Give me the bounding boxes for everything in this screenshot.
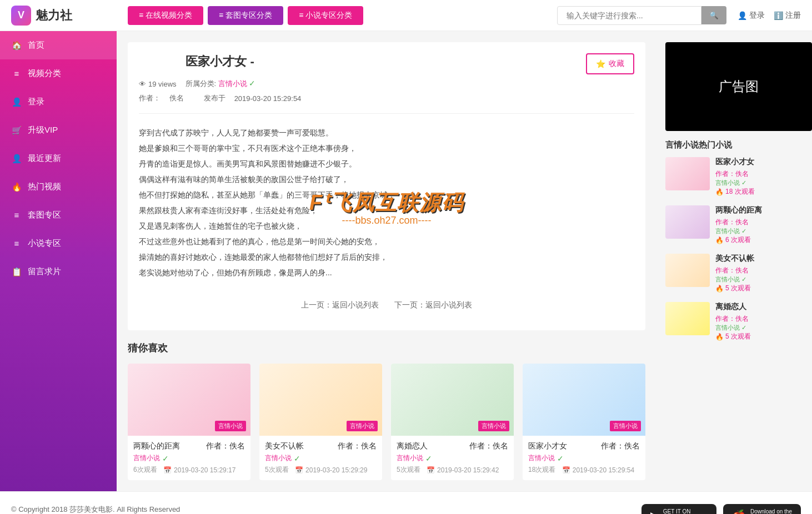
hot-item-4[interactable]: 离婚恋人 作者：佚名 言情小说 ✓ 🔥 5 次观看	[665, 302, 812, 341]
search-input[interactable]	[557, 6, 701, 25]
content-line-3: 丹青的造诣更是惊人。画美男写真和风景图替她赚进不少银子。	[139, 156, 634, 172]
hot-thumb-1	[665, 157, 710, 190]
hot-author-2: 作者：佚名	[715, 218, 812, 227]
hot-section-title: 言情小说热门小说	[665, 140, 812, 150]
google-play-btn[interactable]: ▶ GET IT ON Google play	[641, 504, 716, 514]
prev-link[interactable]: 上一页：返回小说列表	[301, 300, 379, 309]
album-icon: ≡	[11, 210, 22, 220]
hot-author-4: 作者：佚名	[715, 314, 812, 324]
sidebar-item-hot[interactable]: 🔥 热门视频	[0, 173, 117, 201]
sidebar-item-home[interactable]: 🏠 首页	[0, 31, 117, 59]
nav-buttons: ≡ 在线视频分类 ≡ 套图专区分类 ≡ 小说专区分类	[128, 6, 557, 25]
hot-title-2: 两颗心的距离	[715, 205, 812, 215]
article-category[interactable]: 言情小说	[218, 79, 247, 88]
card-4-badge: 言情小说	[610, 421, 641, 431]
hot-item-1[interactable]: 医家小才女 作者：佚名 言情小说 ✓ 🔥 18 次观看	[665, 157, 812, 196]
hot-cat-3: 言情小说 ✓	[715, 275, 812, 284]
card-4-title: 医家小才女	[528, 441, 567, 451]
recent-icon: 👤	[11, 154, 22, 164]
card-2[interactable]: 言情小说 美女不认帐 作者：佚名 言情小说 ✓ 5次观看	[259, 364, 382, 480]
hot-title-1: 医家小才女	[715, 157, 812, 167]
content-line-9: 操清她的喜好讨她欢心，连她最爱的家人他都替他们想好了后后的安排，	[139, 249, 634, 265]
register-btn[interactable]: ℹ️ 注册	[774, 11, 801, 21]
header: V 魅力社 ≡ 在线视频分类 ≡ 套图专区分类 ≡ 小说专区分类 🔍 👤 登录 …	[0, 0, 812, 31]
logo: V 魅力社	[11, 6, 128, 26]
search-button[interactable]: 🔍	[701, 6, 726, 24]
app-store-icon: 🍎	[732, 509, 746, 514]
card-4-image: 言情小说	[523, 364, 645, 436]
right-sidebar: 广告图 言情小说热门小说 医家小才女 作者：佚名 言情小说 ✓ 🔥 18 次观看…	[656, 31, 812, 491]
content-line-8: 不过这些意外也让她看到了他的真心，他总是第一时间关心她的安危，	[139, 234, 634, 249]
hot-cat-2: 言情小说 ✓	[715, 227, 812, 235]
app-store-btn[interactable]: 🍎 Download on the App Store	[723, 504, 801, 514]
user-icon: 👤	[11, 97, 22, 107]
content-line-4: 偶偶这样有滋有味的简单生活被貌美的敌国公世子给打破了，	[139, 172, 634, 187]
fire-icon: 🔥	[11, 182, 22, 192]
hot-views-3: 🔥 5 次观看	[715, 284, 812, 293]
sidebar-item-vip[interactable]: 🛒 升级VIP	[0, 116, 117, 144]
sidebar-item-video[interactable]: ≡ 视频分类	[0, 59, 117, 88]
sidebar-item-login[interactable]: 👤 登录	[0, 88, 117, 116]
auth-buttons: 👤 登录 ℹ️ 注册	[738, 11, 801, 21]
section-title: 猜你喜欢	[128, 341, 645, 355]
card-2-author-label: 作者：佚名	[338, 441, 377, 451]
hot-info-2: 两颗心的距离 作者：佚名 言情小说 ✓ 🔥 6 次观看	[715, 205, 812, 245]
article-content: 穿到古代成了苏映宁，人人见了她都要赞一声可爱聪慧。 她是爹娘和三个哥哥的掌中宝，…	[139, 113, 634, 291]
content-line-10: 老实说她对他动了心，但她仍有所顾虑，像是两人的身...	[139, 265, 634, 280]
main-layout: 🏠 首页 ≡ 视频分类 👤 登录 🛒 升级VIP 👤 最近更新 🔥 热门视频 ≡…	[0, 31, 812, 491]
card-3-stats: 5次观看 📅 2019-03-20 15:29:42	[397, 465, 508, 475]
article-author-row: 作者： 佚名 发布于 2019-03-20 15:29:54	[139, 93, 301, 103]
article-meta: 👁 19 views 所属分类: 言情小说 ✓	[139, 79, 301, 89]
hot-info-3: 美女不认帐 作者：佚名 言情小说 ✓ 🔥 5 次观看	[715, 254, 812, 293]
sidebar-item-recent[interactable]: 👤 最近更新	[0, 144, 117, 173]
request-icon: 📋	[11, 267, 22, 277]
card-2-stats: 5次观看 📅 2019-03-20 15:29:29	[265, 465, 377, 475]
card-2-badge: 言情小说	[347, 421, 378, 431]
card-2-category: 言情小说 ✓	[265, 453, 377, 463]
hot-title-4: 离婚恋人	[715, 302, 812, 312]
article-nav: 上一页：返回小说列表 下一页：返回小说列表	[139, 300, 634, 310]
card-1[interactable]: 言情小说 两颗心的距离 作者：佚名 言情小说 ✓ 6次观看	[128, 364, 250, 480]
collect-button[interactable]: ⭐ 收藏	[586, 53, 634, 74]
card-1-image: 言情小说	[128, 364, 250, 436]
sidebar-item-album[interactable]: ≡ 套图专区	[0, 201, 117, 229]
logo-text: 魅力社	[36, 7, 72, 24]
next-link[interactable]: 下一页：返回小说列表	[394, 300, 472, 309]
card-4-author-label: 作者：佚名	[601, 441, 640, 451]
card-4-stats: 18次观看 📅 2019-03-20 15:29:54	[528, 465, 640, 475]
guess-you-like-section: 猜你喜欢 言情小说 两颗心的距离 作者：佚名 言情小说 ✓	[128, 341, 645, 480]
content-line-7: 又是遇见刺客伤人，连她暂住的宅子也被火烧，	[139, 218, 634, 234]
hot-info-1: 医家小才女 作者：佚名 言情小说 ✓ 🔥 18 次观看	[715, 157, 812, 196]
article-title: 医家小才女 -	[139, 53, 301, 70]
sidebar-item-novel[interactable]: ≡ 小说专区	[0, 229, 117, 258]
card-3-title: 离婚恋人	[397, 441, 428, 451]
hot-item-3[interactable]: 美女不认帐 作者：佚名 言情小说 ✓ 🔥 5 次观看	[665, 254, 812, 293]
nav-video-btn[interactable]: ≡ 在线视频分类	[128, 6, 203, 25]
card-3[interactable]: 言情小说 离婚恋人 作者：佚名 言情小说 ✓ 5次观看	[391, 364, 514, 480]
content-line-2: 她是爹娘和三个哥哥的掌中宝，不只有医术这个正绝本事傍身，	[139, 140, 634, 156]
card-3-author-label: 作者：佚名	[469, 441, 508, 451]
content-line-6: 果然跟枝贵人家有牵连街没好事，生活处处有危险，	[139, 203, 634, 218]
content-line-1: 穿到古代成了苏映宁，人人见了她都要赞一声可爱聪慧。	[139, 125, 634, 140]
login-btn[interactable]: 👤 登录	[738, 11, 765, 21]
hot-item-2[interactable]: 两颗心的距离 作者：佚名 言情小说 ✓ 🔥 6 次观看	[665, 205, 812, 245]
card-3-image: 言情小说	[391, 364, 514, 436]
nav-album-btn[interactable]: ≡ 套图专区分类	[208, 6, 283, 25]
article-author: 佚名	[169, 93, 184, 103]
card-4-info: 医家小才女 作者：佚名 言情小说 ✓ 18次观看 📅 2019-03-20 15…	[523, 436, 645, 480]
card-1-badge: 言情小说	[215, 421, 246, 431]
nav-novel-btn[interactable]: ≡ 小说专区分类	[288, 6, 363, 25]
hot-thumb-4	[665, 302, 710, 335]
hot-author-1: 作者：佚名	[715, 169, 812, 179]
footer-left: © Copyright 2018 莎莎美女电影. All Rights Rese…	[11, 503, 180, 514]
video-icon: ≡	[11, 69, 22, 78]
card-1-author-label: 作者：佚名	[206, 441, 245, 451]
card-3-info: 离婚恋人 作者：佚名 言情小说 ✓ 5次观看 📅 2019-03-20 15:2…	[391, 436, 514, 480]
hot-cat-1: 言情小说 ✓	[715, 179, 812, 187]
card-4[interactable]: 言情小说 医家小才女 作者：佚名 言情小说 ✓ 18次观看	[523, 364, 645, 480]
article-box: 医家小才女 - 👁 19 views 所属分类: 言情小说 ✓	[128, 42, 645, 330]
ad-box: 广告图	[665, 42, 812, 131]
hot-author-3: 作者：佚名	[715, 266, 812, 275]
home-icon: 🏠	[11, 41, 22, 51]
sidebar-item-request[interactable]: 📋 留言求片	[0, 258, 117, 286]
